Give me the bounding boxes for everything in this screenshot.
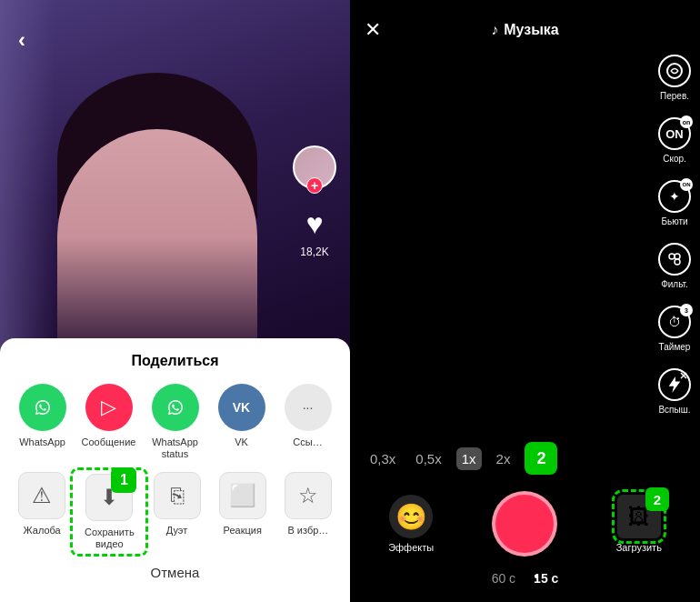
speed-label: Скор. bbox=[663, 154, 686, 164]
share-item-save-video[interactable]: ⬇ Сохранить видео 1 bbox=[75, 472, 144, 552]
record-button[interactable] bbox=[492, 491, 557, 557]
speed-2x[interactable]: 2x bbox=[491, 447, 516, 470]
flash-icon bbox=[658, 368, 691, 401]
tool-beauty[interactable]: ✦ ON Бьюти bbox=[658, 180, 691, 226]
interaction-buttons: + ♥ 18,2K bbox=[293, 145, 336, 258]
upload-badge: 2 bbox=[645, 487, 669, 511]
upload-button[interactable]: 🖼 Загрузить 2 bbox=[616, 495, 662, 553]
duet-label: Дуэт bbox=[166, 525, 187, 537]
favorites-icon: ☆ bbox=[285, 472, 332, 519]
complaint-label: Жалоба bbox=[23, 525, 60, 537]
right-panel: ✕ ♪ Музыка Перев. ON on Скор. bbox=[350, 0, 700, 602]
svg-point-3 bbox=[669, 254, 675, 259]
back-button[interactable]: ‹ bbox=[18, 27, 25, 53]
music-note-icon: ♪ bbox=[491, 22, 498, 38]
share-item-whatsapp[interactable]: WhatsApp bbox=[9, 384, 75, 448]
share-item-message[interactable]: ▷ Сообщение bbox=[75, 384, 142, 448]
vk-icon: VK bbox=[218, 384, 265, 431]
music-title: ♪ Музыка bbox=[491, 22, 559, 38]
share-actions-row: ⚠ Жалоба ⬇ Сохранить видео 1 ⎘ Дуэт ⬜ Ре… bbox=[0, 461, 350, 552]
speed-badge-green[interactable]: 2 bbox=[525, 442, 557, 475]
filter-label: Фильт. bbox=[661, 279, 688, 289]
message-label: Сообщение bbox=[82, 436, 136, 448]
svg-point-1 bbox=[163, 395, 188, 420]
share-item-complaint[interactable]: ⚠ Жалоба bbox=[9, 472, 75, 537]
complaint-icon: ⚠ bbox=[18, 472, 65, 519]
timer-label: Таймер bbox=[659, 342, 691, 352]
svg-point-5 bbox=[675, 254, 680, 259]
reaction-icon: ⬜ bbox=[219, 472, 266, 519]
upload-label: Загрузить bbox=[616, 542, 662, 553]
timer-icon: ⏱ 3 bbox=[658, 306, 691, 338]
speed-0-3x[interactable]: 0,3x bbox=[365, 447, 401, 470]
like-count: 18,2K bbox=[300, 246, 328, 258]
beauty-label: Бьюти bbox=[661, 216, 687, 226]
duration-15s[interactable]: 15 с bbox=[534, 571, 558, 586]
speed-icon: ON on bbox=[658, 117, 691, 150]
right-tools: Перев. ON on Скор. ✦ ON Бьюти bbox=[658, 55, 691, 415]
effects-label: Эффекты bbox=[388, 542, 434, 553]
speed-badge: on bbox=[680, 115, 693, 128]
share-item-whatsapp-status[interactable]: WhatsApp status bbox=[142, 384, 208, 460]
whatsapp-icon bbox=[19, 384, 66, 431]
reaction-label: Реакция bbox=[224, 525, 262, 537]
tool-speed[interactable]: ON on Скор. bbox=[658, 117, 691, 164]
message-icon: ▷ bbox=[85, 384, 133, 431]
tool-timer[interactable]: ⏱ 3 Таймер bbox=[658, 306, 691, 352]
duration-60s[interactable]: 60 с bbox=[492, 571, 515, 586]
save-video-badge: 1 bbox=[111, 467, 136, 493]
left-panel: ‹ + ♥ 18,2K Поделиться WhatsApp ▷ bbox=[0, 0, 350, 602]
duration-indicator bbox=[535, 575, 538, 578]
flip-icon bbox=[658, 55, 691, 87]
duration-row: 60 с 15 с bbox=[350, 571, 700, 586]
tool-flip[interactable]: Перев. bbox=[658, 55, 691, 101]
share-item-reaction[interactable]: ⬜ Реакция bbox=[210, 472, 275, 537]
vk-label: VK bbox=[235, 436, 248, 448]
effects-button[interactable]: 😊 Эффекты bbox=[388, 495, 434, 553]
tool-filter[interactable]: Фильт. bbox=[658, 243, 691, 289]
right-header: ✕ ♪ Музыка bbox=[350, 0, 700, 51]
svg-point-2 bbox=[667, 64, 682, 78]
share-item-vk[interactable]: VK VK bbox=[208, 384, 275, 448]
share-apps-row: WhatsApp ▷ Сообщение WhatsApp status VK … bbox=[0, 384, 350, 460]
more-label: Ссы… bbox=[293, 436, 322, 448]
timer-badge: 3 bbox=[680, 304, 693, 316]
flash-label: Вспыш. bbox=[658, 405, 690, 415]
bottom-controls: 😊 Эффекты 🖼 Загрузить 2 bbox=[350, 491, 700, 557]
speed-0-5x[interactable]: 0,5x bbox=[410, 447, 446, 470]
svg-point-4 bbox=[675, 259, 680, 265]
whatsapp-status-label: WhatsApp status bbox=[142, 436, 208, 460]
beauty-icon: ✦ ON bbox=[658, 180, 691, 213]
follow-button[interactable]: + bbox=[306, 177, 323, 194]
cancel-button[interactable]: Отмена bbox=[0, 552, 350, 593]
tool-flash[interactable]: Вспыш. bbox=[658, 368, 691, 415]
share-sheet: Поделиться WhatsApp ▷ Сообщение bbox=[0, 338, 350, 602]
duet-icon: ⎘ bbox=[154, 472, 201, 519]
filter-icon bbox=[658, 243, 691, 276]
favorites-label: В избр… bbox=[287, 525, 328, 537]
more-icon: ··· bbox=[285, 384, 332, 431]
share-item-more[interactable]: ··· Ссы… bbox=[275, 384, 341, 448]
share-item-favorites[interactable]: ☆ В избр… bbox=[275, 472, 341, 537]
close-button[interactable]: ✕ bbox=[365, 18, 392, 42]
whatsapp-status-icon bbox=[152, 384, 199, 431]
like-button[interactable]: ♥ bbox=[306, 207, 324, 241]
svg-point-0 bbox=[30, 395, 55, 420]
beauty-badge: ON bbox=[680, 178, 693, 191]
music-label: Музыка bbox=[504, 22, 559, 38]
speed-1x[interactable]: 1x bbox=[456, 447, 482, 470]
speed-row: 0,3x 0,5x 1x 2x 2 bbox=[365, 442, 557, 475]
whatsapp-label: WhatsApp bbox=[19, 436, 65, 448]
creator-avatar-wrapper: + bbox=[293, 145, 336, 189]
save-video-label: Сохранить видео bbox=[76, 527, 142, 550]
flip-label: Перев. bbox=[660, 91, 689, 101]
share-item-duet[interactable]: ⎘ Дуэт bbox=[144, 472, 209, 537]
share-title: Поделиться bbox=[0, 353, 350, 369]
effects-icon: 😊 bbox=[389, 495, 433, 538]
